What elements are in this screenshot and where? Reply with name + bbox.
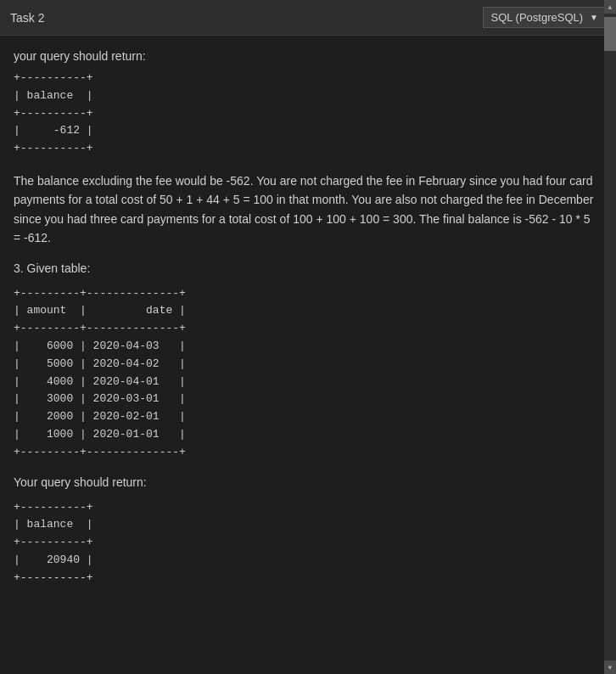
scroll-up-button[interactable]: ▲	[604, 0, 616, 14]
scroll-thumb[interactable]	[604, 17, 616, 51]
header: Task 2 SQL (PostgreSQL) ▼	[0, 0, 616, 36]
scrollbar[interactable]: ▲ ▼	[604, 0, 616, 674]
section3-label: 3. Given table:	[14, 261, 599, 275]
section1-description: The balance excluding the fee would be -…	[14, 171, 599, 248]
section3-query-label: Your query should return:	[14, 475, 599, 489]
section1-result-table: +----------+ | balance | +----------+ | …	[14, 70, 599, 158]
scroll-down-button[interactable]: ▼	[604, 660, 616, 674]
section3-given-table: +---------+--------------+ | amount | da…	[14, 285, 599, 462]
app-container: Task 2 SQL (PostgreSQL) ▼ your query sho…	[0, 0, 616, 674]
dropdown-arrow-icon: ▼	[590, 13, 598, 22]
main-content: your query should return: +----------+ |…	[0, 36, 616, 674]
language-dropdown[interactable]: SQL (PostgreSQL) ▼	[483, 7, 606, 28]
section3-result-table: +----------+ | balance | +----------+ | …	[14, 499, 599, 587]
language-label: SQL (PostgreSQL)	[490, 11, 583, 24]
header-title: Task 2	[10, 11, 44, 25]
section1-query-label: your query should return:	[14, 49, 599, 63]
